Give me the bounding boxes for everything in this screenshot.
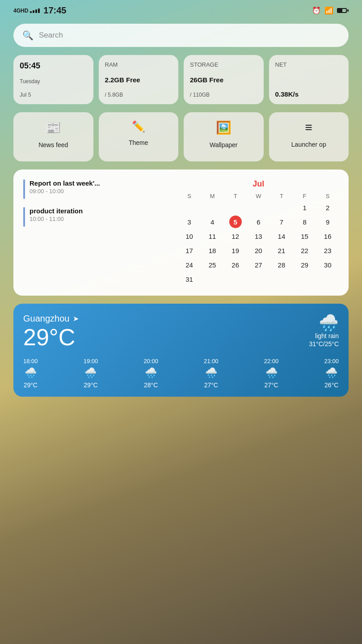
calendar-grid: SMTWTFS [178,191,339,201]
net-value: 0.38K/s [275,90,343,98]
wifi-icon: 📶 [324,6,333,15]
signal-bars-icon [30,8,40,13]
calendar-day[interactable]: 9 [321,216,334,228]
status-left: 4GHD 17:45 [13,5,67,16]
datetime-day: Tuesday [20,78,87,85]
calendar-day[interactable]: 14 [275,230,288,242]
calendar-day[interactable]: 25 [206,258,219,271]
calendar-day[interactable]: 2 [321,201,334,214]
event-bar-2 [23,207,25,227]
weather-hourly: 18:00 🌧️ 29°C 19:00 🌧️ 29°C 20:00 🌧️ 28°… [23,358,339,389]
calendar-day[interactable]: 10 [183,230,195,242]
calendar-day[interactable]: 17 [183,244,195,257]
weather-hour-time: 19:00 [84,358,98,364]
newsfeed-button[interactable]: 📰 News feed [13,112,93,161]
calendar-header: W [248,191,270,201]
event-bar-1 [23,179,25,199]
weather-hour-item: 20:00 🌧️ 28°C [143,358,158,389]
weather-hour-temp: 27°C [204,381,218,389]
event-title-1: Report on last week'... [29,179,100,187]
calendar-day[interactable]: 29 [299,258,311,271]
weather-hour-item: 21:00 🌧️ 27°C [204,358,219,389]
launcher-label: Launcher op [291,141,326,148]
storage-widget: STORAGE 26GB Free / 110GB [184,55,264,104]
event-time-1: 09:00 - 10:00 [29,188,100,195]
storage-sub: / 110GB [190,92,257,98]
calendar-day[interactable]: 18 [206,244,219,257]
calendar-header: T [224,191,247,201]
status-bar: 4GHD 17:45 ⏰ 📶 [0,0,362,19]
battery-icon [337,8,349,13]
launcher-button[interactable]: ≡ Launcher op [269,112,349,161]
launcher-icon: ≡ [305,120,312,135]
calendar-day[interactable]: 1 [299,201,311,214]
weather-hour-icon: 🌧️ [84,367,97,379]
calendar-day[interactable]: 5 [229,216,242,228]
weather-hour-temp: 27°C [264,381,278,389]
calendar-day[interactable]: 3 [183,216,195,228]
net-label: NET [275,61,343,68]
wallpaper-icon: 🖼️ [216,120,232,135]
calendar-day[interactable]: 6 [252,216,265,228]
weather-hour-icon: 🌧️ [205,367,217,379]
weather-hour-time: 21:00 [204,358,219,364]
calendar-day[interactable]: 21 [275,244,288,257]
weather-top: Guangzhou ➤ 29°C 🌧️ light rain 31°C/25°C [23,314,339,352]
calendar-day[interactable]: 20 [252,244,265,257]
weather-minmax: 31°C/25°C [309,340,339,347]
calendar-day[interactable]: 4 [206,216,219,228]
calendar-month: Jul [178,179,339,189]
calendar-day[interactable]: 8 [299,216,311,228]
weather-hour-temp: 29°C [84,381,97,389]
search-bar[interactable]: 🔍 Search [13,24,349,47]
weather-hour-time: 22:00 [264,358,279,364]
calendar-header: M [201,191,223,201]
calendar-day[interactable]: 15 [299,230,311,242]
alarm-icon: ⏰ [312,6,321,15]
calendar-day[interactable]: 23 [321,244,334,257]
weather-condition-icon: 🌧️ [309,314,339,332]
calendar-day[interactable]: 31 [183,273,195,285]
weather-hour-time: 23:00 [324,358,339,364]
calendar-widget: Report on last week'... 09:00 - 10:00 pr… [13,169,349,296]
event-item-1: Report on last week'... 09:00 - 10:00 [23,179,169,199]
newsfeed-label: News feed [38,141,68,148]
ram-label: RAM [105,61,173,68]
calendar-day[interactable]: 16 [321,230,334,242]
weather-hour-icon: 🌧️ [145,367,157,379]
location-icon: ➤ [73,314,79,323]
calendar-day[interactable]: 30 [321,258,334,271]
weather-description: light rain [309,332,339,339]
wallpaper-button[interactable]: 🖼️ Wallpaper [184,112,264,161]
calendar-day[interactable]: 26 [229,258,242,271]
quick-actions-grid: 📰 News feed ✏️ Theme 🖼️ Wallpaper ≡ Laun… [13,112,349,161]
ram-value: 2.2GB Free [105,76,173,84]
calendar-day[interactable]: 11 [206,230,219,242]
newsfeed-icon: 📰 [46,120,61,135]
theme-button[interactable]: ✏️ Theme [99,112,179,161]
calendar-column: Jul SMTWTFS 1234567891011121314151617181… [178,179,339,286]
event-time-2: 10:00 - 11:00 [29,216,83,222]
calendar-day[interactable]: 22 [299,244,311,257]
weather-hour-item: 23:00 🌧️ 26°C [324,358,339,389]
calendar-day[interactable]: 24 [183,258,195,271]
calendar-day[interactable]: 7 [275,216,288,228]
weather-widget: Guangzhou ➤ 29°C 🌧️ light rain 31°C/25°C… [13,304,349,397]
calendar-day[interactable]: 28 [275,258,288,271]
calendar-day[interactable]: 27 [252,258,265,271]
wallpaper-label: Wallpaper [210,141,238,148]
search-input[interactable]: Search [39,31,63,40]
calendar-day[interactable]: 12 [229,230,242,242]
theme-icon: ✏️ [132,120,145,133]
search-icon: 🔍 [22,30,34,41]
weather-hour-item: 22:00 🌧️ 27°C [264,358,279,389]
calendar-header: S [316,191,339,201]
weather-hour-time: 20:00 [143,358,158,364]
info-widget-grid: 05:45 Tuesday Jul 5 RAM 2.2GB Free / 5.8… [13,55,349,104]
calendar-day[interactable]: 13 [252,230,265,242]
calendar-header: S [178,191,201,201]
calendar-day[interactable]: 19 [229,244,242,257]
main-content: 🔍 Search 05:45 Tuesday Jul 5 RAM 2.2GB F… [0,19,362,401]
weather-hour-icon: 🌧️ [325,367,337,379]
storage-label: STORAGE [190,61,257,68]
